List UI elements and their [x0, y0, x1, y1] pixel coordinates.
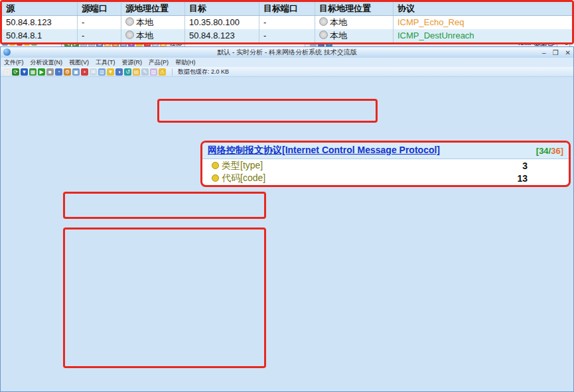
- overlay-cell: 50.84.8.1: [2, 29, 78, 42]
- menu-item[interactable]: 资源(R): [119, 58, 146, 67]
- overlay-col-header: 协议: [394, 2, 568, 15]
- overlay-col-header: 源地理位置: [121, 2, 185, 15]
- overlay-cell: 50.84.8.123: [185, 29, 259, 42]
- overlay-cell: -: [259, 16, 315, 29]
- callout-field-type: 类型[type] 3: [202, 159, 569, 172]
- overlay-cell: 10.35.80.100: [185, 16, 259, 29]
- menu-item[interactable]: 视图(V): [66, 58, 92, 67]
- folder-icon[interactable]: ▤: [133, 68, 140, 76]
- globe-icon: [125, 17, 134, 26]
- options-icon[interactable]: ⚙: [64, 68, 71, 76]
- mail-icon[interactable]: ✉: [90, 68, 97, 76]
- callout-field-code: 代码[code] 13: [202, 172, 569, 184]
- overlay-table-row: 50.84.8.1-本地50.84.8.123-本地ICMP_DestUnrea…: [2, 29, 572, 42]
- app-logo-icon: [3, 48, 11, 56]
- menu-item[interactable]: 帮助(H): [172, 58, 199, 67]
- overlay-col-header: 目标: [185, 2, 259, 15]
- globe-icon: [125, 31, 134, 39]
- callout-protocol-title: 网络控制报文协议[Internet Control Message Protoc…: [208, 145, 440, 157]
- start-icon[interactable]: ▶: [38, 68, 45, 76]
- overlay-cell: 50.84.8.123: [2, 16, 78, 29]
- overlay-col-header: 源: [2, 2, 78, 15]
- menu-item[interactable]: 分析设置(N): [27, 58, 66, 67]
- gauge-icon[interactable]: ◑: [115, 68, 123, 76]
- overlay-cell: 本地: [121, 29, 185, 42]
- stop-icon[interactable]: ■: [46, 68, 54, 76]
- new-file-icon[interactable]: ▢: [3, 68, 11, 76]
- packet-buffer-info: 数据包缓存: 2.0 KB: [172, 68, 229, 76]
- callout-packet-table: 源源端口源地理位置目标目标端口目标地理位置协议50.84.8.123-本地10.…: [0, 0, 574, 44]
- main-toolbar: ▢⟳▼▦▶■◔⚙▣+✉▥▼◑↺▤✎▧⚠ 数据包缓存: 2.0 KB: [1, 67, 573, 77]
- save-icon[interactable]: ▼: [21, 68, 28, 76]
- add-icon[interactable]: +: [81, 68, 88, 76]
- field-bullet-icon: [212, 162, 219, 169]
- close-button[interactable]: ✕: [565, 48, 571, 58]
- overlay-cell: -: [78, 16, 121, 29]
- alert-icon[interactable]: ⚠: [159, 68, 166, 76]
- overlay-col-header: 目标地理位置: [315, 2, 394, 15]
- graph-icon[interactable]: ▥: [98, 68, 106, 76]
- history-icon[interactable]: ◔: [55, 68, 62, 76]
- callout-code-value: 13: [517, 173, 528, 184]
- globe-icon: [319, 31, 328, 39]
- field-bullet-icon: [212, 174, 219, 182]
- overlay-cell: 本地: [315, 29, 394, 42]
- menu-item[interactable]: 工具(T): [92, 58, 119, 67]
- overlay-col-header: 目标端口: [259, 2, 315, 15]
- title-bar: 默认 - 实时分析 - 科来网络分析系统 技术交流版 – ❐ ✕: [1, 47, 573, 58]
- reload-icon[interactable]: ⟳: [12, 68, 19, 76]
- overlay-cell: ICMP_Echo_Req: [394, 16, 568, 29]
- overlay-cell: ICMP_DestUnreach: [394, 29, 568, 42]
- callout-range: [34/36]: [536, 146, 563, 156]
- overlay-col-header: 源端口: [78, 2, 121, 15]
- overlay-cell: -: [78, 29, 121, 42]
- report-icon[interactable]: ▧: [150, 68, 157, 76]
- filter-icon[interactable]: ▼: [107, 68, 114, 76]
- maximize-button[interactable]: ❐: [553, 48, 559, 58]
- overlay-table-row: 50.84.8.123-本地10.35.80.100-本地ICMP_Echo_R…: [2, 16, 572, 29]
- overlay-cell: -: [259, 29, 315, 42]
- menu-item[interactable]: 产品(P): [145, 58, 172, 67]
- adapter-icon[interactable]: ▦: [29, 68, 36, 76]
- overlay-cell: 本地: [121, 16, 185, 29]
- minimize-button[interactable]: –: [542, 48, 546, 58]
- overlay-cell: 本地: [315, 16, 394, 29]
- window-title: 默认 - 实时分析 - 科来网络分析系统 技术交流版: [217, 48, 357, 56]
- refresh-icon[interactable]: ↺: [124, 68, 131, 76]
- menu-item[interactable]: 文件(F): [1, 58, 27, 67]
- callout-type-value: 3: [522, 161, 528, 171]
- menu-bar: 文件(F)分析设置(N)视图(V)工具(T)资源(R)产品(P)帮助(H): [1, 58, 573, 68]
- annotation-callout-decode: 网络控制报文协议[Internet Control Message Protoc…: [200, 141, 571, 187]
- main-window: 默认 - 实时分析 - 科来网络分析系统 技术交流版 – ❐ ✕ 文件(F)分析…: [0, 46, 574, 392]
- edit-icon[interactable]: ✎: [141, 68, 149, 76]
- nodes-icon[interactable]: ▣: [72, 68, 80, 76]
- globe-icon: [319, 17, 328, 26]
